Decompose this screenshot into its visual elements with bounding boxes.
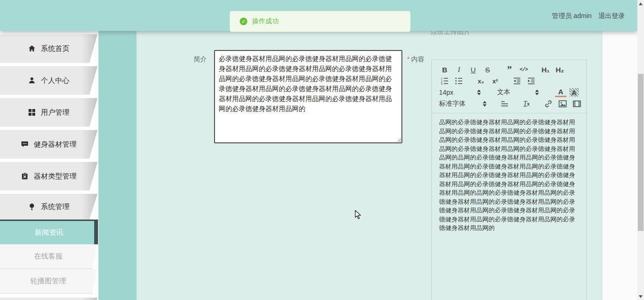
sidebar-item-label: 用户管理 — [41, 108, 69, 117]
outdent-button[interactable] — [511, 76, 523, 86]
sidebar-item-users[interactable]: 用户管理 — [0, 98, 98, 127]
sidebar-item-next-partial[interactable] — [0, 298, 98, 300]
ordered-list-button[interactable]: 123 — [439, 76, 450, 86]
ordered-list-icon: 123 — [440, 77, 449, 85]
header-style-value: 文本 — [497, 88, 510, 97]
header-user-area: 管理员 admin 退出登录 — [552, 12, 625, 20]
sidebar-subitem-label: 轮播图管理 — [30, 277, 66, 286]
scrollbar-up-button[interactable] — [637, 0, 644, 7]
system-submenu: 新闻资讯 在线客服 轮播图管理 — [0, 220, 98, 294]
header2-button[interactable]: H₂ — [554, 64, 566, 75]
updown-arrows-icon — [535, 90, 539, 95]
bullet-list-icon — [455, 77, 463, 85]
font-family-value: 标准字体 — [439, 100, 466, 108]
font-family-picker[interactable]: 标准字体 — [439, 100, 487, 108]
home-icon — [28, 45, 36, 52]
sidebar-subitem-news[interactable]: 新闻资讯 — [0, 220, 98, 244]
sidebar-item-system[interactable]: 系统管理 — [0, 194, 98, 220]
bullet-list-button[interactable] — [453, 76, 465, 86]
updown-arrows-icon — [477, 90, 481, 95]
sidebar-item-label: 系统首页 — [41, 44, 69, 53]
align-icon — [500, 100, 509, 108]
sidebar-subitem-carousel[interactable]: 轮播图管理 — [0, 269, 97, 294]
intro-textarea[interactable]: 必录德健身器材用品网的必录德健身器材用品网的必录德健身器材用品网的必录德健身器材… — [214, 50, 402, 143]
indent-icon — [527, 77, 536, 85]
bulb-icon — [28, 203, 36, 210]
app-screen: 管理员 admin 退出登录 ✓ 操作成功 系统首页 个人中心 用户管理 — [0, 0, 644, 300]
sidebar-subitem-label: 在线客服 — [34, 252, 63, 261]
video-icon — [573, 100, 581, 108]
sidebar-item-equipment[interactable]: 健身器材管理 — [0, 130, 98, 159]
image-button[interactable] — [557, 99, 568, 109]
sidebar-item-label: 系统管理 — [41, 202, 69, 211]
blockquote-button[interactable]: ” — [504, 64, 515, 75]
toolbar-row-3: 14px 文本 A A — [439, 87, 586, 98]
rich-text-editor: B I U S ” </> H₁ H₂ 123 x₂ x² — [431, 60, 587, 300]
arrow-down-icon — [639, 295, 643, 298]
success-check-icon: ✓ — [240, 18, 247, 25]
indent-button[interactable] — [526, 76, 537, 86]
link-icon — [544, 100, 553, 108]
sidebar-item-label: 健身器材管理 — [34, 140, 77, 149]
video-button[interactable] — [571, 99, 583, 109]
sidebar-subitem-label: 新闻资讯 — [35, 228, 63, 237]
bold-button[interactable]: B — [439, 64, 450, 75]
background-color-button[interactable]: A — [569, 88, 579, 97]
image-icon — [558, 100, 567, 108]
grid-icon — [28, 109, 36, 116]
sidebar: 系统首页 个人中心 用户管理 健身器材管理 器材类型管理 — [0, 31, 98, 300]
sidebar-item-label: 器材类型管理 — [34, 172, 77, 181]
sidebar-item-home[interactable]: 系统首页 — [0, 34, 98, 63]
italic-button[interactable]: I — [453, 64, 465, 75]
sidebar-item-label: 个人中心 — [41, 76, 69, 85]
toolbar-row-1: B I U S ” </> H₁ H₂ — [439, 64, 586, 75]
logout-link[interactable]: 退出登录 — [598, 12, 625, 20]
subscript-button[interactable]: x₂ — [475, 76, 487, 86]
code-block-button[interactable]: </> — [518, 64, 529, 75]
link-button[interactable] — [543, 99, 554, 109]
strikethrough-button[interactable]: S — [482, 64, 493, 75]
text-color-button[interactable]: A — [555, 88, 566, 97]
sidebar-item-profile[interactable]: 个人中心 — [0, 66, 98, 95]
required-asterisk: * — [407, 55, 410, 63]
header1-button[interactable]: H₁ — [540, 64, 551, 75]
updown-arrows-icon — [483, 101, 487, 107]
font-size-value: 14px — [439, 89, 453, 96]
toast-message: 操作成功 — [252, 17, 279, 26]
chat-icon — [21, 140, 29, 148]
sidebar-accent-strip — [98, 0, 137, 300]
content-field-label: *内容 — [407, 55, 424, 64]
superscript-button[interactable]: x² — [489, 76, 501, 86]
scrollbar-thumb[interactable] — [638, 74, 644, 231]
success-toast: ✓ 操作成功 — [230, 11, 410, 32]
editor-toolbar: B I U S ” </> H₁ H₂ 123 x₂ x² — [432, 60, 586, 113]
underline-button[interactable]: U — [468, 64, 479, 75]
font-size-picker[interactable]: 14px — [439, 89, 481, 96]
vertical-scrollbar — [637, 0, 644, 300]
arrow-up-icon — [639, 2, 643, 5]
sidebar-subitem-online-service[interactable]: 在线客服 — [0, 244, 97, 269]
clipboard-x-icon — [21, 172, 29, 180]
outdent-icon — [513, 77, 521, 85]
toolbar-row-4: 标准字体 Tx — [439, 98, 586, 110]
admin-user-label: 管理员 admin — [552, 12, 592, 20]
svg-text:3: 3 — [441, 82, 443, 85]
toolbar-row-2: 123 x₂ x² — [439, 75, 586, 87]
align-button[interactable] — [499, 99, 510, 109]
user-icon — [28, 77, 36, 84]
sidebar-item-equipment-type[interactable]: 器材类型管理 — [0, 162, 98, 190]
header-style-picker[interactable]: 文本 — [497, 88, 539, 97]
editor-content-area[interactable]: 品网的必录德健身器材用品网的必录德健身器材用品网的必录德健身器材用品网的必录德健… — [432, 113, 587, 238]
clean-format-button[interactable]: Tx — [521, 99, 532, 109]
scrollbar-down-button[interactable] — [637, 293, 644, 300]
intro-field-label: 简介 — [187, 55, 207, 64]
